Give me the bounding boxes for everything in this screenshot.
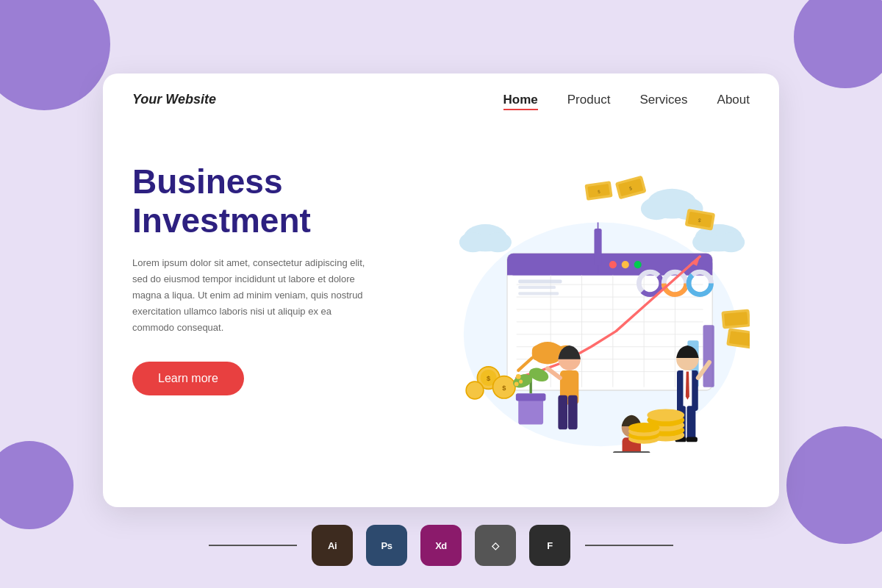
svg-rect-70 [568, 395, 578, 430]
svg-rect-96 [598, 223, 599, 232]
nav-links: Home Product Services About [503, 93, 750, 107]
nav-link-about[interactable]: About [717, 93, 750, 107]
left-content: Business Investment Lorem ipsum dolor si… [132, 148, 426, 486]
nav-link-product[interactable]: Product [567, 93, 611, 107]
svg-rect-74 [613, 451, 650, 453]
svg-point-90 [647, 409, 684, 421]
svg-point-9 [717, 232, 745, 252]
svg-point-14 [622, 261, 629, 268]
toolbar-line-right [585, 545, 673, 546]
svg-point-2 [459, 232, 487, 252]
svg-point-5 [641, 198, 672, 220]
svg-rect-31 [518, 292, 559, 295]
nav-item-home[interactable]: Home [503, 93, 538, 107]
svg-rect-82 [687, 406, 696, 440]
hero-description: Lorem ipsum dolor sit amet, consectetur … [132, 255, 368, 336]
svg-rect-97 [598, 265, 599, 274]
svg-point-66 [514, 382, 519, 387]
nav-item-services[interactable]: Services [639, 93, 687, 107]
svg-point-8 [692, 232, 720, 252]
cloud-1 [459, 224, 512, 252]
svg-point-65 [519, 380, 523, 384]
svg-text:$: $ [487, 375, 491, 382]
svg-point-94 [628, 423, 659, 433]
money-bill-top: $ [584, 181, 612, 201]
bottom-toolbar: Ai Ps Xd ◇ F [0, 525, 882, 566]
svg-rect-95 [594, 229, 601, 266]
main-card: Your Website Home Product Services About… [103, 74, 779, 507]
tool-sketch[interactable]: ◇ [475, 525, 516, 566]
tool-figma[interactable]: F [529, 525, 570, 566]
svg-rect-29 [518, 279, 562, 283]
toolbar-line-left [209, 545, 297, 546]
svg-marker-80 [686, 372, 689, 400]
toolbar-icons: Ai Ps Xd ◇ F [312, 525, 570, 566]
money-bill-1: $ [615, 176, 647, 200]
nav-item-about[interactable]: About [717, 93, 750, 107]
svg-rect-84 [686, 437, 698, 442]
svg-rect-58 [516, 393, 546, 401]
tool-illustrator[interactable]: Ai [312, 525, 353, 566]
svg-point-56 [466, 381, 484, 399]
money-bill-2: $ [685, 209, 716, 231]
right-illustration: $ $ $ [426, 148, 750, 486]
svg-rect-48 [724, 312, 748, 326]
illustration-svg: $ $ $ [426, 148, 750, 453]
svg-rect-69 [558, 395, 567, 430]
bg-decoration-bottom-left [0, 441, 74, 529]
tool-xd[interactable]: Xd [420, 525, 462, 566]
svg-text:$: $ [502, 384, 506, 392]
learn-more-button[interactable]: Learn more [132, 362, 244, 395]
money-bill-3 [721, 309, 750, 329]
svg-rect-30 [518, 286, 556, 289]
svg-point-13 [609, 261, 617, 268]
content-area: Business Investment Lorem ipsum dolor si… [103, 126, 779, 501]
bg-decoration-top-left [0, 0, 110, 110]
tool-photoshop[interactable]: Ps [366, 525, 407, 566]
nav-logo: Your Website [132, 92, 503, 107]
svg-point-3 [484, 232, 512, 252]
nav-item-product[interactable]: Product [567, 93, 611, 107]
svg-point-15 [634, 261, 642, 268]
bg-decoration-top-right [794, 0, 882, 88]
hero-title: Business Investment [132, 162, 426, 240]
nav-link-home[interactable]: Home [503, 93, 538, 110]
svg-rect-40 [703, 325, 714, 387]
svg-point-64 [516, 374, 521, 379]
nav-link-services[interactable]: Services [639, 93, 687, 107]
navbar: Your Website Home Product Services About [103, 74, 779, 126]
